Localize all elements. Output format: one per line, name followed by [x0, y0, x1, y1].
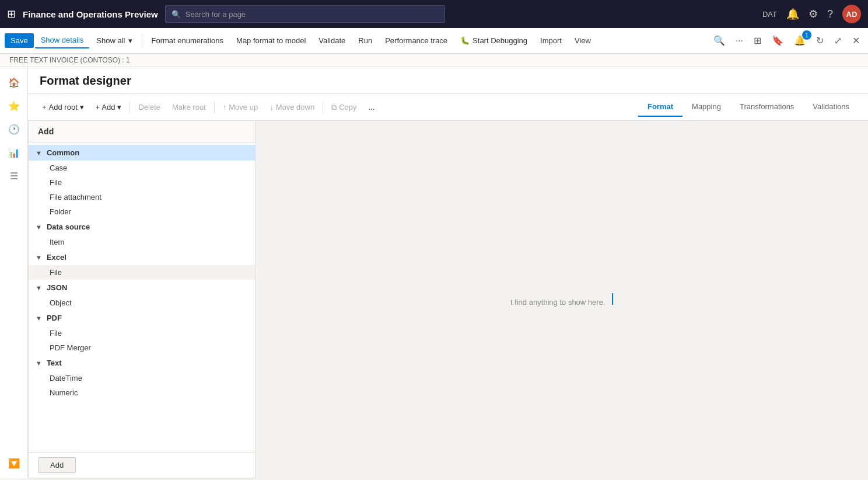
dropdown-footer: Add [29, 452, 255, 478]
more-button[interactable]: ... [363, 100, 379, 114]
move-up-button[interactable]: ↑ Move up [218, 100, 262, 114]
save-button[interactable]: Save [5, 33, 34, 48]
sidebar-item-favorites[interactable]: ⭐ [4, 95, 24, 116]
search-placeholder: Search for a page [186, 10, 246, 19]
refresh-icon[interactable]: ↻ [813, 33, 827, 48]
top-nav-right: DAT 🔔 ⚙ ? AD [762, 5, 861, 23]
search-icon-btn[interactable]: 🔍 [710, 33, 729, 48]
category-common[interactable]: ▼ Common [29, 145, 255, 161]
chevron-down-icon: ▾ [128, 36, 132, 45]
list-item[interactable]: PDF Merger [29, 340, 255, 355]
chevron-data-source: ▼ [36, 224, 42, 231]
tab-mapping[interactable]: Mapping [682, 98, 730, 117]
delete-button[interactable]: Delete [134, 100, 165, 114]
search-bar[interactable]: 🔍 Search for a page [165, 5, 445, 23]
category-pdf[interactable]: ▼ PDF [29, 310, 255, 326]
command-bar-right: 🔍 ··· ⊞ 🔖 🔔 1 ↻ ⤢ ✕ [710, 33, 863, 48]
list-item[interactable]: File [29, 326, 255, 340]
close-icon[interactable]: ✕ [849, 33, 863, 48]
tab-validations[interactable]: Validations [803, 98, 859, 117]
add-button[interactable]: + Add ▾ [91, 100, 127, 114]
list-item[interactable]: File [29, 175, 255, 190]
performance-trace-button[interactable]: Performance trace [379, 33, 453, 48]
empty-message: t find anything to show here. [510, 293, 613, 307]
map-format-to-model-button[interactable]: Map format to model [230, 33, 312, 48]
list-item[interactable]: File attachment [29, 190, 255, 204]
list-item[interactable]: Object [29, 295, 255, 310]
region-label: DAT [762, 10, 777, 19]
breadcrumb-text: FREE TEXT INVOICE (CONTOSO) : 1 [9, 56, 130, 64]
run-button[interactable]: Run [352, 33, 378, 48]
category-text[interactable]: ▼ Text [29, 355, 255, 371]
list-item[interactable]: Item [29, 235, 255, 249]
avatar[interactable]: AD [842, 5, 861, 23]
list-item[interactable]: Case [29, 161, 255, 175]
add-root-button[interactable]: + Add root ▾ [37, 100, 89, 114]
toolbar-sep-3 [323, 102, 323, 113]
notification-badge-btn[interactable]: 🔔 1 [790, 33, 809, 48]
category-common-label: Common [47, 148, 79, 157]
sidebar-item-recent[interactable]: 🕐 [4, 119, 24, 140]
list-item[interactable]: File [29, 265, 255, 280]
page-title: Format designer [40, 74, 856, 88]
page-content: Format designer + Add root ▾ + Add ▾ Del… [28, 67, 868, 478]
notification-icon[interactable]: 🔔 [786, 8, 799, 20]
dropdown-list: ▼ Common Case File File attachment Folde… [29, 142, 255, 452]
chevron-common: ▼ [36, 149, 42, 156]
list-item[interactable]: DateTime [29, 371, 255, 385]
app-title: Finance and Operations Preview [23, 9, 158, 19]
settings-icon[interactable]: ⚙ [808, 8, 818, 20]
category-data-source[interactable]: ▼ Data source [29, 219, 255, 235]
show-details-button[interactable]: Show details [35, 33, 90, 48]
bookmark-icon[interactable]: 🔖 [768, 33, 787, 48]
plus-icon: + [42, 103, 47, 112]
category-text-label: Text [47, 359, 62, 367]
sidebar-item-filter[interactable]: 🔽 [4, 453, 24, 474]
add-root-chevron: ▾ [80, 103, 84, 112]
top-navigation: ⊞ Finance and Operations Preview 🔍 Searc… [0, 0, 868, 28]
view-button[interactable]: View [569, 33, 597, 48]
add-footer-button[interactable]: Add [38, 457, 76, 473]
start-debugging-button[interactable]: 🐛 Start Debugging [454, 33, 533, 48]
dropdown-header: Add [29, 121, 255, 142]
toolbar: + Add root ▾ + Add ▾ Delete Make root ↑ … [28, 94, 868, 121]
sidebar-item-menu[interactable]: ☰ [4, 165, 24, 186]
add-chevron: ▾ [117, 103, 121, 112]
grid-settings-icon[interactable]: ⊞ [750, 33, 765, 48]
validate-button[interactable]: Validate [313, 33, 351, 48]
help-icon[interactable]: ? [827, 8, 833, 20]
list-item[interactable]: Folder [29, 204, 255, 219]
sidebar-item-home[interactable]: 🏠 [4, 72, 24, 93]
import-button[interactable]: Import [534, 33, 568, 48]
page-header: Format designer [28, 67, 868, 94]
toolbar-sep-1 [130, 102, 130, 113]
tab-transformations[interactable]: Transformations [730, 98, 803, 117]
grid-icon[interactable]: ⊞ [7, 8, 16, 20]
copy-button[interactable]: ⧉ Copy [327, 100, 361, 114]
notification-count: 1 [802, 30, 811, 40]
category-json[interactable]: ▼ JSON [29, 280, 255, 295]
tab-format[interactable]: Format [638, 98, 682, 117]
breadcrumb: FREE TEXT INVOICE (CONTOSO) : 1 [0, 54, 868, 67]
list-item[interactable]: Numeric [29, 385, 255, 400]
category-excel[interactable]: ▼ Excel [29, 249, 255, 265]
make-root-button[interactable]: Make root [167, 100, 211, 114]
search-icon: 🔍 [172, 10, 181, 19]
main-canvas: t find anything to show here. [256, 121, 868, 478]
expand-icon[interactable]: ⤢ [831, 33, 845, 48]
chevron-pdf: ▼ [36, 315, 42, 322]
chevron-json: ▼ [36, 284, 42, 291]
category-data-source-label: Data source [47, 222, 90, 231]
sidebar-item-workspaces[interactable]: 📊 [4, 142, 24, 163]
move-down-button[interactable]: ↓ Move down [265, 100, 319, 114]
format-enumerations-button[interactable]: Format enumerations [146, 33, 230, 48]
tab-strip: Format Mapping Transformations Validatio… [638, 98, 859, 117]
toolbar-right: Format Mapping Transformations Validatio… [638, 98, 859, 117]
cursor [612, 293, 613, 305]
main-layout: 🏠 ⭐ 🕐 📊 ☰ 🔽 Format designer + Add root ▾… [0, 67, 868, 478]
arrow-up-icon: ↑ [223, 103, 227, 112]
arrow-down-icon: ↓ [270, 103, 274, 112]
separator-1 [142, 34, 142, 48]
show-all-button[interactable]: Show all ▾ [90, 33, 138, 48]
more-options-button[interactable]: ··· [732, 33, 747, 48]
